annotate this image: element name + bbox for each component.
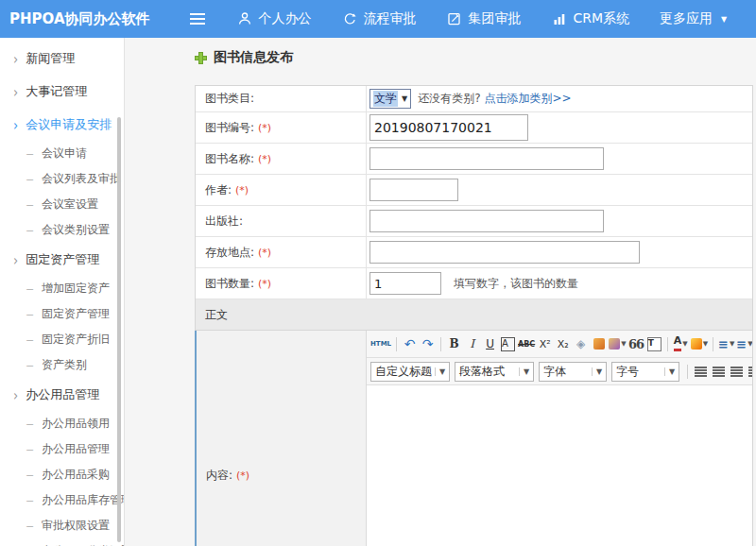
editor-unordered-list-button[interactable]: ≡▼ — [736, 335, 752, 352]
editor-superscript-button[interactable]: X² — [537, 335, 553, 352]
top-navigation: 个人办公流程审批集团审批CRM系统更多应用▼ — [237, 10, 728, 27]
glyph: X² — [540, 338, 551, 350]
book-number-input[interactable] — [369, 114, 528, 141]
author-input[interactable] — [369, 179, 458, 201]
sidebar-item-label: 大事记管理 — [26, 83, 87, 100]
book-quantity-input[interactable] — [369, 272, 441, 295]
book-name-input[interactable] — [369, 147, 604, 170]
sidebar-item-1[interactable]: ›大事记管理 — [0, 75, 124, 108]
sidebar-item-5[interactable]: —会议室设置 — [0, 192, 124, 217]
editor-content-area[interactable] — [367, 385, 752, 546]
sidebar-item-14[interactable]: —办公用品管理 — [0, 436, 124, 462]
edit-square-icon — [447, 11, 462, 26]
caret-down-icon: ▼ — [703, 340, 708, 348]
align-right-icon — [730, 367, 743, 377]
caret-down-icon: ▼ — [592, 367, 606, 376]
sidebar-item-6[interactable]: —会议类别设置 — [0, 217, 124, 243]
sidebar: ›新闻管理›大事记管理›会议申请及安排—会议申请—会议列表及审批—会议室设置—会… — [0, 38, 125, 546]
dash-icon: — — [26, 520, 34, 532]
category-label: 图书类目: — [196, 86, 367, 111]
editor-ordered-list-button[interactable]: ≡▼ — [718, 335, 734, 352]
sidebar-item-3[interactable]: —会议申请 — [0, 141, 124, 166]
editor-align-right-button[interactable] — [729, 363, 745, 380]
sidebar-item-8[interactable]: —增加固定资产 — [0, 276, 124, 301]
field-value-cell: 填写数字，该图书的数量 — [367, 268, 752, 299]
sidebar-item-label: 新闻管理 — [26, 50, 75, 67]
nav-item-group-approval[interactable]: 集团审批 — [447, 10, 522, 27]
required-mark: (*) — [258, 122, 271, 134]
menu-icon[interactable] — [190, 13, 205, 25]
glyph: A — [501, 337, 515, 351]
editor-undo-button[interactable]: ↶ — [402, 335, 418, 352]
field-label-cell: 图书数量:(*) — [196, 268, 367, 299]
add-category-link[interactable]: 点击添加类别>> — [485, 91, 572, 107]
storage-location-input[interactable] — [369, 241, 640, 264]
sidebar-item-0[interactable]: ›新闻管理 — [0, 42, 124, 75]
glyph: T — [647, 337, 662, 351]
section-title: 正文 — [205, 307, 228, 323]
editor-font-color-button[interactable]: A▼ — [673, 335, 689, 352]
align-justify-icon — [748, 367, 752, 377]
editor-paragraph-format-select[interactable]: 段落格式▼ — [455, 362, 534, 382]
editor-paste-text-button[interactable]: T — [646, 335, 662, 352]
dash-icon: — — [26, 418, 34, 430]
field-label-cell: 图书编号:(*) — [196, 112, 367, 143]
editor-italic-button[interactable]: I — [464, 335, 480, 352]
sidebar-item-18[interactable]: —办公用品分类设置 — [0, 538, 124, 546]
sidebar-item-label: 办公用品管理 — [26, 386, 99, 403]
page-title: 图书信息发布 — [214, 49, 293, 66]
sidebar-item-2[interactable]: ›会议申请及安排 — [0, 108, 124, 141]
sidebar-item-11[interactable]: —资产类别 — [0, 352, 124, 378]
sidebar-item-16[interactable]: —办公用品库存管理 — [0, 487, 124, 513]
sidebar-item-9[interactable]: —固定资产管理 — [0, 301, 124, 327]
dash-icon: — — [26, 359, 34, 371]
editor-align-justify-button[interactable] — [747, 363, 752, 380]
sidebar-item-label: 会议列表及审批 — [42, 171, 121, 187]
glyph: ◈ — [576, 337, 585, 350]
editor-toolbar-row-1: HTML↶↷BIUAABCX²X₂◈▼66TA▼▼≡▼≡▼ — [367, 331, 752, 358]
category-select[interactable]: 文学 ▼ — [369, 89, 411, 109]
sidebar-item-12[interactable]: ›办公用品管理 — [0, 378, 124, 411]
nav-item-more-apps[interactable]: 更多应用▼ — [660, 10, 727, 27]
sidebar-item-13[interactable]: —办公用品领用 — [0, 411, 124, 436]
nav-item-personal-office[interactable]: 个人办公 — [237, 10, 312, 27]
editor-bold-button[interactable]: B — [446, 335, 462, 352]
editor-underline-button[interactable]: U — [482, 335, 498, 352]
nav-item-crm-system[interactable]: CRM系统 — [552, 10, 630, 27]
editor-redo-button[interactable]: ↷ — [420, 335, 436, 352]
editor-format-brush-button[interactable] — [591, 335, 607, 352]
chevron-right-icon: › — [13, 386, 18, 403]
sidebar-item-15[interactable]: —办公用品采购 — [0, 462, 124, 487]
sidebar-item-17[interactable]: —审批权限设置 — [0, 513, 124, 538]
publisher-input[interactable] — [369, 210, 604, 232]
sidebar-item-10[interactable]: —固定资产折旧 — [0, 327, 124, 352]
editor-html-source-button[interactable]: HTML — [370, 335, 391, 352]
nav-item-workflow-approval[interactable]: 流程审批 — [342, 10, 417, 27]
editor-align-left-button[interactable] — [693, 363, 709, 380]
editor-eraser-button[interactable]: ◈ — [573, 335, 589, 352]
toolbar-separator — [396, 337, 397, 351]
select-label: 字体 — [543, 364, 566, 380]
select-label: 段落格式 — [459, 364, 505, 380]
sidebar-item-7[interactable]: ›固定资产管理 — [0, 243, 124, 276]
sidebar-item-label: 增加固定资产 — [42, 281, 110, 297]
field-label: 图书名称: — [205, 151, 254, 167]
editor-custom-title-select[interactable]: 自定义标题▼ — [370, 362, 450, 382]
required-mark: (*) — [258, 153, 271, 165]
editor-highlight-button[interactable]: ▼ — [691, 335, 708, 352]
editor-align-center-button[interactable] — [711, 363, 727, 380]
sidebar-scrollbar[interactable] — [117, 117, 121, 542]
nav-label: CRM系统 — [574, 10, 630, 27]
sidebar-item-4[interactable]: —会议列表及审批 — [0, 166, 124, 192]
editor-font-style-button[interactable]: ▼ — [609, 335, 626, 352]
form-row-storage-location: 存放地点:(*) — [196, 237, 752, 268]
editor-font-border-button[interactable]: A — [500, 335, 516, 352]
required-mark: (*) — [258, 247, 271, 259]
editor-subscript-button[interactable]: X₂ — [555, 335, 571, 352]
field-label-cell: 图书名称:(*) — [196, 144, 367, 174]
editor-font-family-select[interactable]: 字体▼ — [539, 362, 607, 382]
select-label: 字号 — [616, 364, 639, 380]
editor-strikethrough-button[interactable]: ABC — [518, 335, 535, 352]
editor-font-size-select[interactable]: 字号▼ — [611, 362, 679, 382]
editor-blockquote-button[interactable]: 66 — [628, 335, 644, 352]
